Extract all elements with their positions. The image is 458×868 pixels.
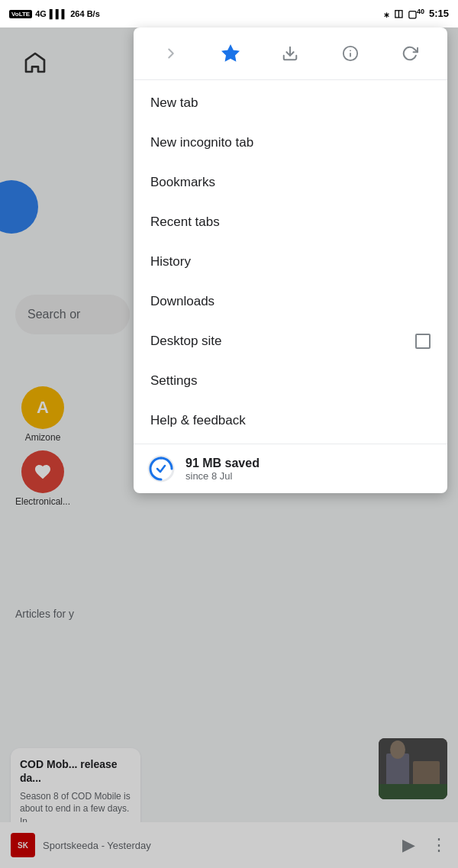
- download-icon: [282, 45, 298, 62]
- menu-item-new-incognito-label: New incognito tab: [150, 135, 253, 150]
- menu-item-recent-tabs-label: Recent tabs: [150, 215, 220, 230]
- network-type: 4G: [35, 9, 47, 18]
- volte-badge: VoLTE: [9, 10, 32, 18]
- menu-item-bookmarks[interactable]: Bookmarks: [134, 163, 447, 202]
- reload-icon: [402, 45, 418, 62]
- menu-item-settings-label: Settings: [150, 373, 197, 389]
- data-saver-icon: [147, 455, 175, 482]
- network-speed: 264 B/s: [70, 9, 100, 18]
- data-saved-amount: 91 MB saved: [185, 457, 260, 470]
- menu-item-new-tab-label: New tab: [150, 95, 198, 111]
- dropdown-menu: New tab New incognito tab Bookmarks Rece…: [134, 27, 447, 493]
- status-bar: VoLTE 4G ▌▌▌ 264 B/s ⁎ ◫ ▢40 5:15: [0, 0, 458, 27]
- menu-item-history[interactable]: History: [134, 242, 447, 282]
- menu-item-settings[interactable]: Settings: [134, 361, 447, 401]
- status-right: ⁎ ◫ ▢40 5:15: [384, 8, 449, 20]
- data-saved-since: since 8 Jul: [185, 470, 260, 482]
- status-left: VoLTE 4G ▌▌▌ 264 B/s: [9, 9, 100, 18]
- battery-level: 40: [417, 8, 424, 15]
- menu-item-recent-tabs[interactable]: Recent tabs: [134, 202, 447, 242]
- menu-item-downloads-label: Downloads: [150, 294, 214, 309]
- forward-button[interactable]: [156, 38, 186, 69]
- reload-button[interactable]: [395, 38, 425, 69]
- vibrate-icon: ◫: [394, 8, 403, 19]
- info-button[interactable]: [335, 38, 366, 69]
- menu-item-history-label: History: [150, 254, 191, 269]
- menu-item-downloads[interactable]: Downloads: [134, 282, 447, 321]
- desktop-site-checkbox[interactable]: [415, 334, 431, 349]
- star-icon: [221, 44, 240, 63]
- battery-icon: ▢40: [408, 8, 424, 20]
- browser-background: Search or A Amizone Electronical... Arti…: [0, 27, 458, 868]
- svg-point-10: [149, 457, 173, 481]
- menu-item-new-tab[interactable]: New tab: [134, 83, 447, 123]
- data-saved-text: 91 MB saved since 8 Jul: [185, 457, 260, 482]
- info-icon: [342, 45, 359, 62]
- signal-strength: ▌▌▌: [50, 9, 67, 18]
- menu-item-help-feedback-label: Help & feedback: [150, 413, 246, 428]
- menu-item-bookmarks-label: Bookmarks: [150, 175, 215, 190]
- data-saved-icon: [147, 455, 175, 482]
- bluetooth-icon: ⁎: [384, 8, 389, 19]
- bookmark-button[interactable]: [215, 38, 246, 69]
- svg-marker-5: [222, 45, 239, 61]
- clock: 5:15: [429, 8, 449, 19]
- download-button[interactable]: [275, 38, 305, 69]
- menu-items-list: New tab New incognito tab Bookmarks Rece…: [134, 80, 447, 444]
- menu-item-desktop-site-label: Desktop site: [150, 334, 222, 349]
- menu-toolbar: [134, 27, 447, 80]
- menu-item-desktop-site[interactable]: Desktop site: [134, 321, 447, 361]
- menu-item-help-feedback[interactable]: Help & feedback: [134, 401, 447, 440]
- data-saved-section: 91 MB saved since 8 Jul: [134, 444, 447, 493]
- menu-item-new-incognito[interactable]: New incognito tab: [134, 123, 447, 163]
- forward-icon: [163, 45, 179, 62]
